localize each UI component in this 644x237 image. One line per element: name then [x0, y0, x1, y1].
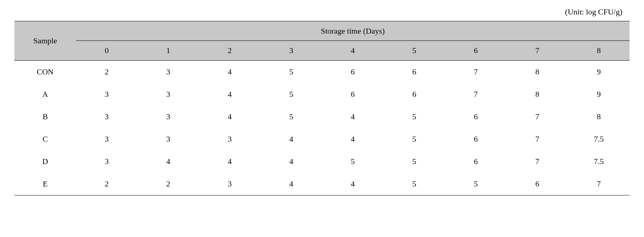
cell-value: 5 [260, 105, 322, 128]
cell-value: 2 [76, 61, 138, 83]
cell-value: 8 [568, 105, 630, 128]
cell-value: 3 [137, 128, 199, 150]
cell-value: 6 [507, 173, 568, 195]
cell-value: 7.5 [568, 150, 630, 173]
cell-value: 5 [445, 173, 507, 195]
cell-sample: A [14, 83, 76, 105]
cell-value: 3 [137, 61, 199, 83]
cell-value: 6 [445, 128, 507, 150]
cell-value: 4 [199, 105, 261, 128]
cell-value: 5 [384, 128, 445, 150]
cell-value: 4 [260, 150, 322, 173]
cell-value: 6 [322, 83, 384, 105]
cell-value: 4 [199, 83, 261, 105]
cell-value: 4 [137, 150, 199, 173]
header-day-2: 2 [199, 41, 261, 61]
table-row: B 3 3 4 5 4 5 6 7 8 [14, 105, 630, 128]
cell-value: 9 [568, 83, 630, 105]
cell-sample: C [14, 128, 76, 150]
cell-value: 3 [199, 173, 261, 195]
header-day-4: 4 [322, 41, 384, 61]
header-day-7: 7 [507, 41, 568, 61]
table-row: E 2 2 3 4 4 5 5 6 7 [14, 173, 630, 195]
cell-value: 7 [507, 128, 568, 150]
header-day-3: 3 [260, 41, 322, 61]
cell-sample: E [14, 173, 76, 195]
cell-value: 6 [445, 105, 507, 128]
header-day-1: 1 [137, 41, 199, 61]
cell-value: 7 [507, 150, 568, 173]
cell-value: 5 [260, 83, 322, 105]
cell-value: 5 [384, 105, 445, 128]
cell-value: 3 [76, 83, 138, 105]
table-row: CON 2 3 4 5 6 6 7 8 9 [14, 61, 630, 83]
cell-value: 5 [260, 61, 322, 83]
cell-value: 6 [384, 61, 445, 83]
cell-value: 3 [76, 150, 138, 173]
header-day-0: 0 [76, 41, 138, 61]
table-row: D 3 4 4 4 5 5 6 7 7.5 [14, 150, 630, 173]
cell-value: 2 [76, 173, 138, 195]
cell-value: 4 [199, 150, 261, 173]
cell-value: 7.5 [568, 128, 630, 150]
cell-value: 3 [137, 105, 199, 128]
cell-value: 3 [76, 105, 138, 128]
cell-sample: D [14, 150, 76, 173]
cell-value: 7 [507, 105, 568, 128]
unit-label: (Unit: log CFU/g) [14, 7, 630, 17]
cell-value: 4 [322, 128, 384, 150]
cell-value: 2 [137, 173, 199, 195]
cell-value: 3 [137, 83, 199, 105]
header-day-6: 6 [445, 41, 507, 61]
cell-value: 5 [384, 150, 445, 173]
cell-value: 5 [322, 150, 384, 173]
cell-value: 4 [322, 173, 384, 195]
cell-sample: B [14, 105, 76, 128]
cell-value: 4 [199, 61, 261, 83]
cell-sample: CON [14, 61, 76, 83]
table-header: Sample Storage time (Days) 0 1 2 3 4 5 6… [14, 21, 630, 61]
header-storage-time: Storage time (Days) [76, 21, 630, 41]
cell-value: 7 [445, 61, 507, 83]
cell-value: 8 [507, 83, 568, 105]
data-table: Sample Storage time (Days) 0 1 2 3 4 5 6… [14, 21, 630, 195]
table-row: A 3 3 4 5 6 6 7 8 9 [14, 83, 630, 105]
cell-value: 6 [445, 150, 507, 173]
cell-value: 8 [507, 61, 568, 83]
cell-value: 9 [568, 61, 630, 83]
cell-value: 4 [260, 128, 322, 150]
cell-value: 4 [260, 173, 322, 195]
cell-value: 4 [322, 105, 384, 128]
cell-value: 3 [76, 128, 138, 150]
cell-value: 3 [199, 128, 261, 150]
cell-value: 6 [322, 61, 384, 83]
table-row: C 3 3 3 4 4 5 6 7 7.5 [14, 128, 630, 150]
cell-value: 7 [568, 173, 630, 195]
header-sample: Sample [14, 21, 76, 61]
table-body: CON 2 3 4 5 6 6 7 8 9 A 3 3 4 5 6 6 7 8 … [14, 61, 630, 195]
header-day-5: 5 [384, 41, 445, 61]
cell-value: 7 [445, 83, 507, 105]
cell-value: 5 [384, 173, 445, 195]
header-day-8: 8 [568, 41, 630, 61]
cell-value: 6 [384, 83, 445, 105]
